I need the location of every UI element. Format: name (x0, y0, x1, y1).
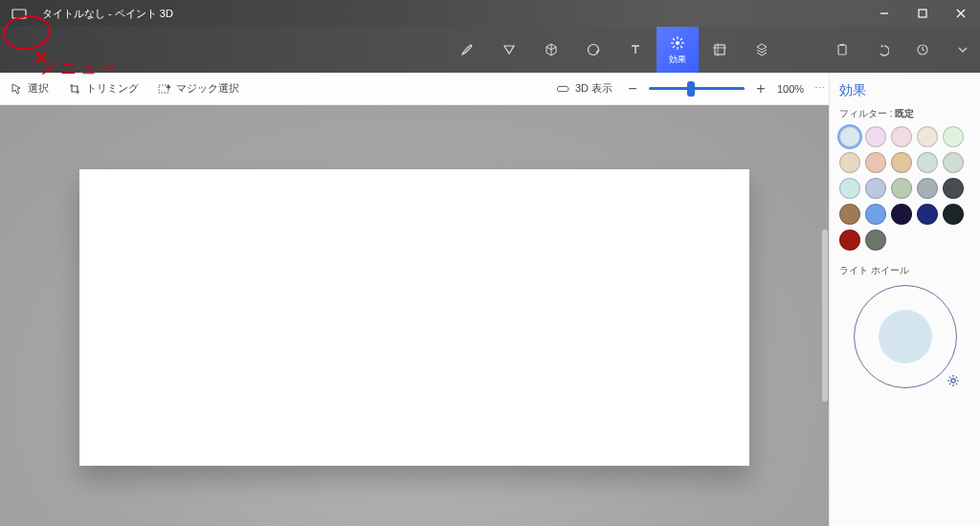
maximize-button[interactable] (903, 0, 942, 27)
filter-swatch[interactable] (943, 126, 964, 147)
vertical-scrollbar[interactable] (822, 230, 828, 402)
effects-icon (670, 34, 685, 52)
tab-canvas[interactable] (699, 27, 741, 73)
title-bar: タイトルなし - ペイント 3D (0, 0, 980, 27)
svg-line-11 (673, 38, 675, 40)
svg-rect-18 (838, 45, 846, 55)
filter-swatch[interactable] (917, 126, 938, 147)
filter-swatch[interactable] (865, 230, 886, 251)
maximize-icon (918, 9, 927, 18)
cursor-icon (10, 82, 23, 96)
undo-button[interactable] (871, 38, 894, 61)
zoom-out-button[interactable]: − (622, 80, 643, 98)
main-tabs: 効果 (0, 27, 980, 73)
filter-swatch[interactable] (839, 230, 860, 251)
svg-line-27 (949, 377, 950, 378)
filter-swatch[interactable] (943, 178, 964, 199)
filter-swatch[interactable] (839, 204, 860, 225)
crop-tool[interactable]: トリミング (58, 73, 148, 104)
sticker-icon (586, 41, 601, 58)
close-button[interactable] (942, 0, 980, 27)
tab-3d-shapes[interactable] (530, 27, 572, 73)
history-button[interactable] (911, 38, 934, 61)
undo-icon (876, 43, 889, 56)
secondary-toolbar: 選択 トリミング マジック選択 3D 表示 − + 100% ⋯ (0, 73, 829, 105)
svg-line-12 (680, 46, 682, 48)
zoom-percent: 100% (771, 83, 810, 95)
effects-panel: 効果 フィルター : 既定 ライト ホイール (829, 73, 980, 526)
filter-swatch[interactable] (839, 126, 860, 147)
filter-swatch[interactable] (891, 204, 912, 225)
shapes-2d-icon (501, 41, 517, 58)
titlebar-right-actions (831, 27, 974, 73)
app-body: 選択 トリミング マジック選択 3D 表示 − + 100% ⋯ (0, 73, 980, 526)
filter-swatch[interactable] (917, 152, 938, 173)
view-3d-icon (557, 82, 570, 96)
svg-point-5 (589, 45, 599, 55)
filter-swatch[interactable] (865, 126, 886, 147)
svg-line-13 (680, 38, 682, 40)
filter-swatch[interactable] (891, 126, 912, 147)
tab-brushes[interactable] (446, 27, 488, 73)
filter-swatch[interactable] (839, 178, 860, 199)
svg-rect-0 (12, 10, 26, 18)
svg-rect-15 (715, 45, 724, 55)
window-title: タイトルなし - ペイント 3D (42, 7, 173, 21)
tab-3d-library[interactable] (741, 27, 783, 73)
svg-line-29 (955, 377, 956, 378)
paste-button[interactable] (831, 38, 854, 61)
minimize-icon (880, 9, 889, 18)
crop-icon (68, 82, 81, 96)
zoom-in-button[interactable]: + (750, 80, 771, 98)
folder-icon (11, 8, 27, 19)
filter-swatch[interactable] (943, 204, 964, 225)
crop-label: トリミング (86, 81, 139, 96)
more-button[interactable]: ⋯ (810, 82, 829, 95)
svg-rect-2 (919, 10, 926, 17)
filter-swatch[interactable] (865, 152, 886, 173)
canvas-icon (712, 41, 727, 58)
library-icon (754, 41, 769, 58)
magic-icon (158, 82, 171, 96)
filter-swatch[interactable] (943, 152, 964, 173)
chevron-down-icon (957, 44, 969, 55)
filter-row: フィルター : 既定 (839, 107, 970, 121)
svg-line-30 (949, 384, 950, 384)
svg-rect-19 (840, 44, 844, 46)
svg-point-6 (676, 41, 679, 45)
canvas-area[interactable] (0, 105, 829, 526)
filter-swatch[interactable] (891, 178, 912, 199)
light-wheel[interactable] (854, 285, 957, 388)
minimize-button[interactable] (865, 0, 903, 27)
view-3d-toggle[interactable]: 3D 表示 (547, 73, 622, 104)
zoom-slider[interactable] (649, 87, 745, 90)
filter-swatches (839, 126, 970, 251)
cube-icon (544, 41, 559, 58)
svg-rect-21 (159, 85, 168, 93)
filter-swatch[interactable] (839, 152, 860, 173)
tab-effects[interactable]: 効果 (657, 27, 699, 73)
tab-2d-shapes[interactable] (488, 27, 530, 73)
tab-stickers[interactable] (572, 27, 614, 73)
expand-button[interactable] (951, 38, 974, 61)
select-label: 選択 (28, 81, 49, 96)
magic-label: マジック選択 (176, 81, 239, 96)
filter-swatch[interactable] (865, 204, 886, 225)
text-icon (628, 41, 643, 58)
canvas[interactable] (79, 169, 749, 466)
filter-swatch[interactable] (865, 178, 886, 199)
sun-icon (945, 372, 962, 389)
filter-label: フィルター : (839, 108, 893, 119)
filter-swatch[interactable] (891, 152, 912, 173)
menu-button[interactable] (0, 0, 38, 27)
tab-text[interactable] (614, 27, 657, 73)
tab-effects-label: 効果 (669, 54, 686, 66)
filter-swatch[interactable] (917, 204, 938, 225)
magic-select-tool[interactable]: マジック選択 (148, 73, 249, 104)
select-tool[interactable]: 選択 (0, 73, 58, 104)
workspace: 選択 トリミング マジック選択 3D 表示 − + 100% ⋯ (0, 73, 829, 526)
filter-value: 既定 (895, 108, 914, 119)
filter-swatch[interactable] (917, 178, 938, 199)
effects-panel-title: 効果 (839, 82, 970, 99)
window-controls (865, 0, 980, 27)
